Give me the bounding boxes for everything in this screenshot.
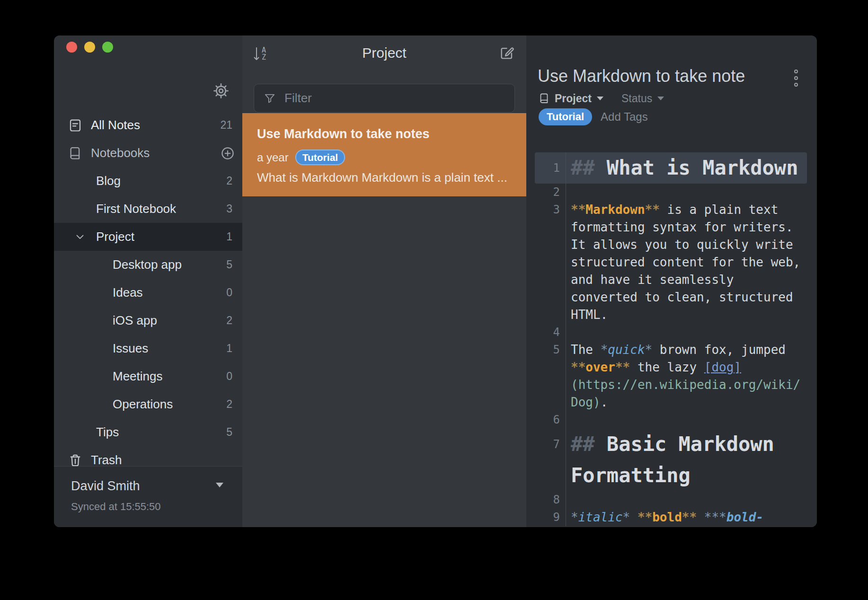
status-dropdown[interactable]: Status: [621, 92, 664, 105]
minimize-window-button[interactable]: [84, 42, 95, 53]
sidebar-item-meetings[interactable]: Meetings0: [54, 362, 242, 390]
line-content: **Markdown** is a plain text: [566, 201, 778, 219]
tag-pill-tutorial[interactable]: Tutorial: [539, 108, 592, 125]
line-content: *italic* **bold** ***bold-: [566, 509, 763, 526]
note-list-item[interactable]: Use Markdown to take notes a year Tutori…: [242, 113, 526, 196]
editor-line: formatting syntax for writers.: [535, 219, 807, 236]
sidebar-item-label: All Notes: [91, 118, 140, 132]
editor-line: and have it seamlessly: [535, 271, 807, 289]
note-item-meta: a year Tutorial: [257, 150, 513, 165]
note-meta-row: Project Status: [539, 91, 664, 106]
editor-line: Dog).: [535, 394, 807, 411]
account-section: David Smith Synced at 15:55:50: [54, 466, 242, 527]
line-number: [535, 460, 566, 491]
sidebar-item-label: Notebooks: [91, 146, 150, 160]
status-dropdown-caret-icon: [657, 97, 664, 100]
line-number: 3: [535, 201, 566, 219]
sync-status: Synced at 15:55:50: [71, 501, 242, 513]
line-number: 9: [535, 509, 566, 526]
sidebar-item-label: Desktop app: [113, 257, 182, 272]
sidebar-item-label: Trash: [91, 453, 122, 468]
compose-icon: [499, 45, 515, 61]
note-menu-kebab-icon[interactable]: [794, 70, 798, 87]
filter-input[interactable]: [283, 90, 514, 106]
line-content: It allows you to quickly write: [566, 236, 793, 254]
sidebar-item-all-notes[interactable]: All Notes21: [54, 111, 242, 139]
note-count-badge: 5: [226, 426, 232, 439]
note-count-badge: 0: [226, 370, 232, 383]
add-tags-button[interactable]: Add Tags: [601, 110, 648, 124]
sidebar-item-blog[interactable]: Blog2: [54, 167, 242, 195]
editor-line: Formatting: [535, 460, 807, 491]
line-content: converted to clean, structured: [566, 289, 793, 306]
line-number: [535, 394, 566, 411]
line-content: HTML.: [566, 306, 608, 324]
line-content: (https://en.wikipedia.org/wiki/: [566, 376, 800, 394]
notebook-dropdown-caret-icon[interactable]: [597, 97, 603, 100]
sidebar-item-operations[interactable]: Operations2: [54, 390, 242, 418]
sidebar-item-ideas[interactable]: Ideas0: [54, 279, 242, 307]
sidebar-item-label: Project: [96, 229, 134, 244]
sidebar-item-ios-app[interactable]: iOS app2: [54, 307, 242, 335]
line-number: [535, 271, 566, 289]
chevron-down-icon[interactable]: [74, 231, 86, 243]
sidebar-item-notebooks[interactable]: Notebooks: [54, 139, 242, 167]
editor-line: 9*italic* **bold** ***bold-: [535, 509, 807, 526]
line-number: 4: [535, 324, 566, 341]
line-number: [535, 236, 566, 254]
line-number: [535, 289, 566, 306]
line-content: ## Basic Markdown: [566, 429, 774, 460]
editor-panel: Use Markdown to take note Project Status: [526, 35, 817, 527]
line-content: [566, 324, 571, 341]
editor-line: **over** the lazy [dog]: [535, 359, 807, 376]
line-content: and have it seamlessly: [566, 271, 734, 289]
document-icon: [68, 118, 82, 132]
filter-funnel-icon: [264, 92, 276, 105]
line-number: [535, 359, 566, 376]
note-count-badge: 2: [226, 175, 232, 187]
line-content: [566, 411, 571, 429]
sidebar-item-label: Issues: [113, 341, 148, 356]
editor-line: structured content for the web,: [535, 254, 807, 271]
editor-line: 3**Markdown** is a plain text: [535, 201, 807, 219]
desktop-background: All Notes21NotebooksBlog2First Notebook3…: [0, 0, 868, 600]
settings-gear-icon[interactable]: [212, 82, 230, 100]
editor-line: 2: [535, 184, 807, 201]
sidebar-item-label: Blog: [96, 174, 121, 188]
add-notebook-button[interactable]: [221, 146, 235, 160]
note-count-badge: 3: [226, 203, 232, 215]
sidebar-item-first-notebook[interactable]: First Notebook3: [54, 195, 242, 223]
note-count-badge: 21: [220, 119, 232, 132]
note-count-badge: 1: [226, 342, 232, 355]
filter-field: [254, 84, 515, 113]
close-window-button[interactable]: [66, 42, 77, 53]
notebook-dropdown[interactable]: Project: [555, 92, 592, 105]
account-menu[interactable]: David Smith: [71, 479, 242, 494]
status-dropdown-label: Status: [621, 92, 652, 105]
line-content: structured content for the web,: [566, 254, 800, 271]
line-content: Dog).: [566, 394, 608, 411]
editor-line: 8: [535, 491, 807, 509]
editor-line: It allows you to quickly write: [535, 236, 807, 254]
sidebar-item-tips[interactable]: Tips5: [54, 418, 242, 446]
sidebar-item-desktop-app[interactable]: Desktop app5: [54, 251, 242, 279]
note-item-title: Use Markdown to take notes: [257, 126, 513, 142]
new-note-button[interactable]: [499, 45, 515, 61]
note-title-input[interactable]: Use Markdown to take note: [538, 66, 786, 87]
zoom-window-button[interactable]: [102, 42, 113, 53]
trash-icon: [68, 453, 82, 468]
note-item-age: a year: [257, 151, 289, 164]
note-count-badge: 2: [226, 314, 232, 327]
note-tags-row: Tutorial Add Tags: [539, 107, 648, 126]
line-content: **over** the lazy [dog]: [566, 359, 741, 376]
line-content: [566, 184, 571, 201]
sidebar-item-project[interactable]: Project1: [54, 223, 242, 251]
sidebar-item-issues[interactable]: Issues1: [54, 335, 242, 362]
line-number: 2: [535, 184, 566, 201]
note-item-tag-badge: Tutorial: [295, 150, 345, 165]
window-controls: [66, 42, 113, 53]
line-content: formatting syntax for writers.: [566, 219, 793, 236]
markdown-editor-area[interactable]: 1## What is Markdown23**Markdown** is a …: [535, 152, 807, 527]
line-number: [535, 254, 566, 271]
line-number: 1: [535, 152, 566, 184]
